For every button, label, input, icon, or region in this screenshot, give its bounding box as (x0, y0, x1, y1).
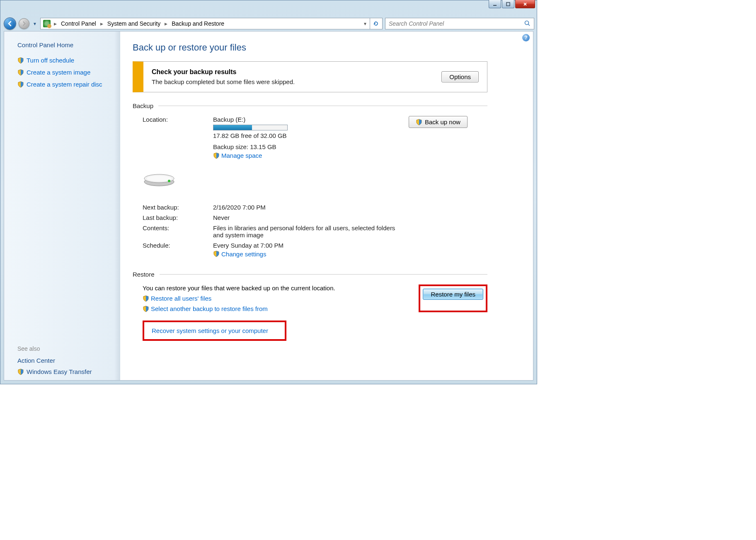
breadcrumb-backup-restore[interactable]: Backup and Restore (169, 20, 227, 27)
breadcrumb-dropdown[interactable]: ▼ (361, 22, 370, 26)
restore-highlight: Restore my files (419, 284, 487, 312)
shield-icon (17, 81, 24, 88)
last-backup-label: Last backup: (143, 214, 205, 221)
svg-point-6 (168, 180, 170, 182)
recover-system-link[interactable]: Recover system settings or your computer (152, 327, 268, 334)
disk-free: 17.82 GB free of 32.00 GB (213, 132, 400, 139)
history-dropdown[interactable]: ▼ (32, 17, 38, 30)
sidebar-item-label: Windows Easy Transfer (27, 368, 92, 375)
see-also-heading: See also (17, 345, 114, 352)
minimize-button[interactable] (489, 0, 501, 8)
backup-details: Location: Backup (E:) 17.82 GB free of 3… (143, 116, 487, 258)
shield-icon (143, 295, 149, 302)
breadcrumb-arrow[interactable]: ▸ (52, 20, 58, 27)
location-label: Location: (143, 116, 205, 160)
sidebar-item-label: Turn off schedule (27, 57, 74, 64)
backup-section-title: Backup (133, 102, 487, 109)
sidebar-action-center[interactable]: Action Center (17, 357, 114, 364)
nav-bar: ▼ ▸ Control Panel ▸ System and Security … (0, 16, 537, 31)
breadcrumb-arrow[interactable]: ▸ (99, 20, 105, 27)
breadcrumb-control-panel[interactable]: Control Panel (58, 20, 99, 27)
window-controls (489, 0, 535, 8)
restore-all-users-link[interactable]: Restore all users' files (151, 295, 211, 302)
backup-drive: Backup (E:) (213, 116, 400, 123)
maximize-button[interactable] (502, 0, 514, 8)
alert-box: Check your backup results The backup com… (133, 61, 487, 92)
titlebar[interactable] (0, 0, 537, 16)
svg-rect-1 (506, 2, 510, 6)
shield-icon (17, 57, 24, 64)
shield-icon (416, 119, 422, 125)
alert-text: The backup completed but some files were… (152, 78, 435, 85)
svg-point-2 (525, 21, 529, 24)
shield-icon (17, 369, 24, 375)
alert-heading: Check your backup results (152, 68, 435, 76)
back-button[interactable] (4, 17, 16, 30)
search-icon[interactable] (524, 20, 531, 28)
shield-icon (17, 69, 24, 76)
restore-section-title: Restore (133, 271, 487, 278)
last-backup-value: Never (213, 214, 400, 221)
backup-size: Backup size: 13.15 GB (213, 143, 400, 150)
main-content: Back up or restore your files Check your… (120, 31, 533, 380)
close-button[interactable] (515, 0, 535, 8)
sidebar-item-label: Create a system repair disc (27, 81, 102, 88)
contents-value: Files in libraries and personal folders … (213, 224, 400, 239)
schedule-label: Schedule: (143, 242, 205, 259)
refresh-button[interactable] (370, 18, 381, 29)
restore-my-files-button[interactable]: Restore my files (423, 289, 483, 300)
sidebar-windows-easy-transfer[interactable]: Windows Easy Transfer (17, 368, 114, 375)
sidebar-turn-off-schedule[interactable]: Turn off schedule (17, 57, 114, 64)
sidebar-item-label: Create a system image (27, 69, 90, 76)
window-frame: ▼ ▸ Control Panel ▸ System and Security … (0, 0, 537, 384)
shield-icon (143, 306, 149, 312)
next-backup-label: Next backup: (143, 204, 205, 211)
manage-space-link[interactable]: Manage space (221, 152, 262, 159)
svg-rect-0 (493, 5, 497, 6)
shield-icon (213, 251, 220, 257)
content-area: ? Control Panel Home Turn off schedule C… (4, 31, 533, 381)
control-panel-home-link[interactable]: Control Panel Home (17, 41, 114, 48)
breadcrumb-system-security[interactable]: System and Security (105, 20, 163, 27)
restore-description: You can restore your files that were bac… (143, 284, 406, 292)
schedule-value: Every Sunday at 7:00 PM (213, 242, 400, 249)
drive-icon (143, 166, 205, 188)
select-another-backup-link[interactable]: Select another backup to restore files f… (151, 305, 268, 312)
sidebar-create-repair-disc[interactable]: Create a system repair disc (17, 81, 114, 88)
sidebar-create-system-image[interactable]: Create a system image (17, 69, 114, 76)
next-backup-value: 2/16/2020 7:00 PM (213, 204, 400, 211)
forward-button[interactable] (19, 18, 29, 29)
breadcrumb-arrow[interactable]: ▸ (163, 20, 169, 27)
search-input[interactable] (389, 20, 524, 27)
help-icon[interactable]: ? (522, 34, 530, 41)
control-panel-icon (43, 20, 51, 27)
breadcrumb: ▸ Control Panel ▸ System and Security ▸ … (40, 18, 383, 29)
disk-usage-bar (213, 125, 288, 130)
recover-highlight: Recover system settings or your computer (143, 321, 286, 341)
search-box (385, 18, 534, 29)
change-settings-link[interactable]: Change settings (221, 251, 266, 258)
sidebar: Control Panel Home Turn off schedule Cre… (4, 31, 120, 380)
options-button[interactable]: Options (441, 71, 479, 82)
page-title: Back up or restore your files (133, 42, 487, 53)
svg-point-5 (147, 176, 172, 181)
shield-icon (213, 152, 220, 159)
back-up-now-button[interactable]: Back up now (409, 116, 468, 128)
contents-label: Contents: (143, 224, 205, 239)
